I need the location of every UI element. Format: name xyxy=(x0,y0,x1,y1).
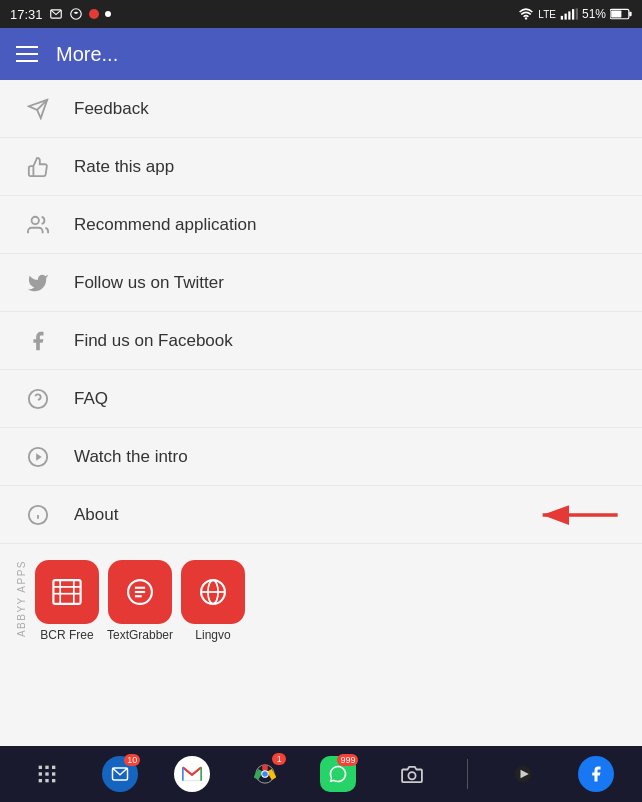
svg-rect-42 xyxy=(52,779,55,782)
battery-icon xyxy=(610,8,632,20)
status-bar: 17:31 LTE 51% xyxy=(0,0,642,28)
top-bar: More... xyxy=(0,28,642,80)
app-icon-textgrabber xyxy=(108,560,172,624)
svg-rect-9 xyxy=(629,12,631,17)
page-title: More... xyxy=(56,43,118,66)
status-time: 17:31 xyxy=(10,7,43,22)
lte-indicator: LTE xyxy=(538,9,556,20)
faq-label: FAQ xyxy=(74,389,108,409)
svg-rect-41 xyxy=(45,779,48,782)
abbyy-apps-row: BCR FreeTextGrabberLingvo xyxy=(35,560,245,642)
rate-icon xyxy=(20,156,56,178)
chrome-icon-svg xyxy=(254,763,276,785)
app-icon-bcr xyxy=(35,560,99,624)
recommend-label: Recommend application xyxy=(74,215,256,235)
feedback-icon xyxy=(20,98,56,120)
feedback-label: Feedback xyxy=(74,99,149,119)
bottom-nav-bar: 10 1 999 xyxy=(0,746,642,802)
status-right: LTE 51% xyxy=(518,7,632,21)
svg-rect-39 xyxy=(52,772,55,775)
intro-label: Watch the intro xyxy=(74,447,188,467)
menu-item-facebook[interactable]: Find us on Facebook xyxy=(0,312,642,370)
about-label: About xyxy=(74,505,118,525)
status-left: 17:31 xyxy=(10,7,111,22)
about-arrow-annotation xyxy=(526,497,626,533)
nav-whatsapp-icon[interactable]: 999 xyxy=(320,756,356,792)
svg-point-47 xyxy=(263,771,269,777)
facebook-label: Find us on Facebook xyxy=(74,331,233,351)
recommend-icon xyxy=(20,214,56,236)
app-name-bcr: BCR Free xyxy=(40,628,93,642)
svg-rect-6 xyxy=(572,9,574,20)
whatsapp-badge: 999 xyxy=(337,754,358,766)
whatsapp-icon-svg xyxy=(328,764,348,784)
svg-rect-36 xyxy=(52,766,55,769)
notif-icon-2 xyxy=(69,7,83,21)
notif-dot xyxy=(89,9,99,19)
facebook-nav-icon-svg xyxy=(587,765,605,783)
menu-item-feedback[interactable]: Feedback xyxy=(0,80,642,138)
menu-item-rate[interactable]: Rate this app xyxy=(0,138,642,196)
content-area: FeedbackRate this appRecommend applicati… xyxy=(0,80,642,746)
nav-camera-icon[interactable] xyxy=(393,755,431,793)
nav-facebook-icon[interactable] xyxy=(578,756,614,792)
camera-icon-svg xyxy=(401,765,423,783)
email-badge: 10 xyxy=(124,754,140,766)
hamburger-menu[interactable] xyxy=(16,46,38,62)
svg-rect-7 xyxy=(576,8,578,19)
svg-rect-35 xyxy=(45,766,48,769)
rate-label: Rate this app xyxy=(74,157,174,177)
nav-gmail-icon[interactable] xyxy=(174,756,210,792)
svg-rect-5 xyxy=(568,11,570,19)
play-icon-svg xyxy=(513,764,533,784)
svg-marker-17 xyxy=(36,453,42,460)
twitter-label: Follow us on Twitter xyxy=(74,273,224,293)
svg-rect-40 xyxy=(39,779,42,782)
svg-point-48 xyxy=(408,772,415,779)
svg-rect-22 xyxy=(53,580,80,604)
menu-list: FeedbackRate this appRecommend applicati… xyxy=(0,80,642,544)
battery-percent: 51% xyxy=(582,7,606,21)
svg-rect-10 xyxy=(611,10,621,17)
svg-point-2 xyxy=(525,17,527,19)
nav-play-icon[interactable] xyxy=(504,755,542,793)
app-icon-lingvo xyxy=(181,560,245,624)
gmail-icon xyxy=(182,766,202,782)
svg-rect-37 xyxy=(39,772,42,775)
notif-dot2 xyxy=(105,11,111,17)
svg-rect-34 xyxy=(39,766,42,769)
notif-icon-1 xyxy=(49,7,63,21)
svg-rect-4 xyxy=(564,14,566,20)
app-name-lingvo: Lingvo xyxy=(195,628,230,642)
chrome-badge: 1 xyxy=(272,753,286,765)
menu-item-recommend[interactable]: Recommend application xyxy=(0,196,642,254)
menu-item-about[interactable]: About xyxy=(0,486,642,544)
intro-icon xyxy=(20,446,56,468)
faq-icon xyxy=(20,388,56,410)
about-icon xyxy=(20,504,56,526)
abbyy-section-label: ABBYY APPS xyxy=(16,560,27,641)
app-name-textgrabber: TextGrabber xyxy=(107,628,173,642)
signal-icon xyxy=(560,8,578,20)
nav-email-icon[interactable]: 10 xyxy=(102,756,138,792)
menu-item-intro[interactable]: Watch the intro xyxy=(0,428,642,486)
nav-chrome-icon[interactable]: 1 xyxy=(246,755,284,793)
app-item-bcr[interactable]: BCR Free xyxy=(35,560,99,642)
twitter-icon xyxy=(20,272,56,294)
wifi-icon xyxy=(518,8,534,20)
svg-rect-38 xyxy=(45,772,48,775)
facebook-icon xyxy=(20,330,56,352)
abbyy-apps-section: ABBYY APPS BCR FreeTextGrabberLingvo xyxy=(0,544,642,658)
menu-item-twitter[interactable]: Follow us on Twitter xyxy=(0,254,642,312)
app-item-textgrabber[interactable]: TextGrabber xyxy=(107,560,173,642)
nav-grid-icon[interactable] xyxy=(28,755,66,793)
menu-item-faq[interactable]: FAQ xyxy=(0,370,642,428)
svg-rect-3 xyxy=(561,16,563,20)
svg-point-13 xyxy=(32,216,39,223)
nav-divider xyxy=(467,759,468,789)
app-item-lingvo[interactable]: Lingvo xyxy=(181,560,245,642)
